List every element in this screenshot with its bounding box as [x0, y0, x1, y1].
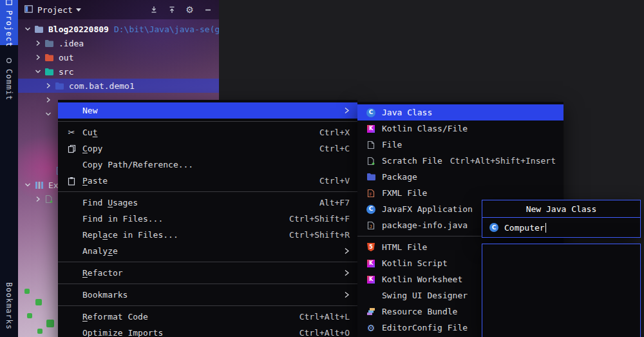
java-class-icon: C — [488, 223, 500, 232]
menu-item-cut[interactable]: ✂CutCtrl+X — [58, 124, 357, 140]
tree-item-label: com.bat.demo1 — [69, 81, 135, 91]
menu-item-label: Copy — [82, 144, 102, 153]
tree-item-idea[interactable]: .idea — [18, 36, 219, 50]
menu-item-label: Kotlin Class/File — [382, 124, 468, 133]
svg-text:F: F — [369, 192, 372, 197]
wallpaper-icon-dot — [37, 329, 43, 334]
menu-shortcut: Ctrl+Alt+O — [299, 328, 350, 337]
menu-item-refactor[interactable]: Refactor — [58, 265, 357, 281]
menu-item-replace-in-files[interactable]: Replace in Files...Ctrl+Shift+R — [58, 227, 357, 243]
menu-item-label: Bookmarks — [82, 290, 128, 300]
folder-root-icon — [33, 25, 44, 34]
chevron-down-icon[interactable] — [44, 111, 53, 117]
file-icon — [365, 140, 377, 149]
menu-item-reformat-code[interactable]: Reformat CodeCtrl+Alt+L — [58, 309, 357, 325]
chevron-right-icon[interactable] — [33, 54, 43, 61]
chevron-right-icon[interactable] — [33, 196, 43, 202]
menu-item-find-usages[interactable]: Find UsagesAlt+F7 — [58, 195, 357, 211]
menu-shortcut: Ctrl+Shift+R — [289, 230, 350, 240]
menu-separator — [58, 284, 357, 284]
menu-shortcut: Ctrl+C — [319, 144, 350, 153]
class-kind-list — [482, 244, 641, 337]
context-menu: New✂CutCtrl+XCopyCtrl+CCopy Path/Referen… — [58, 100, 357, 337]
package-dir-icon — [365, 173, 377, 181]
tool-stripe-project-tab[interactable]: Project — [0, 0, 18, 45]
menu-item-paste[interactable]: PasteCtrl+V — [58, 173, 357, 189]
tree-item-src[interactable]: src — [18, 64, 219, 79]
kotlin-icon: K — [365, 125, 377, 133]
kotlin-icon: K — [365, 276, 377, 284]
ide-window: Project Commit Bookmarks Project ⚙ Blog2… — [0, 0, 644, 337]
folder-orange-icon — [44, 53, 55, 62]
gear-icon[interactable]: ⚙ — [185, 5, 194, 14]
tool-stripe-commit-tab[interactable]: Commit — [0, 55, 18, 102]
expand-all-icon[interactable] — [167, 6, 176, 14]
chevron-down-icon[interactable] — [23, 26, 32, 32]
menu-separator — [58, 191, 357, 192]
menu-item-optimize-imports[interactable]: Optimize ImportsCtrl+Alt+O — [58, 325, 357, 337]
menu-item-label: HTML File — [382, 242, 427, 252]
menu-item-label: Refactor — [82, 268, 123, 278]
hide-panel-icon[interactable] — [203, 6, 213, 14]
project-panel-title: Project — [37, 5, 73, 15]
dialog-header-box: New Java Class C Computer — [482, 200, 641, 238]
collapse-all-icon[interactable] — [149, 6, 158, 14]
chevron-down-icon[interactable] — [76, 8, 81, 12]
menu-separator — [58, 305, 357, 306]
menu-item-new[interactable]: New — [58, 102, 357, 119]
menu-item-label: Optimize Imports — [82, 328, 163, 337]
menu-item-label: Swing UI Designer — [382, 291, 468, 300]
scratches-icon — [44, 195, 55, 204]
tree-item-blog20220809[interactable]: Blog20220809D:\bit\Java\java-se(g — [18, 22, 219, 36]
tree-item-label: src — [59, 67, 73, 77]
kotlin-icon: K — [365, 260, 377, 267]
java-file-icon: J — [365, 221, 377, 230]
commit-tab-label: Commit — [5, 69, 14, 101]
menu-item-label: Cut — [82, 128, 97, 137]
menu-item-label: Find Usages — [82, 198, 138, 207]
menu-separator — [58, 121, 357, 122]
project-tab-label: Project — [5, 10, 14, 48]
submenu-item-file[interactable]: File — [357, 137, 564, 153]
chevron-right-icon[interactable] — [44, 97, 53, 103]
javafx-icon: C — [365, 205, 377, 214]
tool-stripe-bookmarks-tab[interactable]: Bookmarks — [0, 276, 18, 336]
new-java-class-dialog: New Java Class C Computer — [482, 200, 641, 337]
menu-shortcut: Ctrl+X — [319, 128, 350, 137]
menu-item-label: Analyze — [82, 246, 118, 256]
library-icon — [33, 181, 44, 189]
submenu-item-package[interactable]: Package — [357, 169, 564, 185]
cut-icon: ✂ — [66, 128, 77, 137]
menu-item-copy-path-reference[interactable]: Copy Path/Reference... — [58, 157, 357, 173]
menu-item-label: JavaFX Application — [382, 204, 473, 214]
submenu-item-java-class[interactable]: CJava Class — [357, 104, 564, 120]
menu-item-label: EditorConfig File — [382, 323, 468, 332]
menu-item-analyze[interactable]: Analyze — [58, 243, 357, 259]
submenu-item-fxml-file[interactable]: FFXML File — [357, 185, 564, 201]
submenu-item-scratch-file[interactable]: Scratch FileCtrl+Alt+Shift+Insert — [357, 153, 564, 169]
tree-item-label: .idea — [59, 39, 84, 48]
submenu-arrow-icon — [344, 107, 350, 114]
project-tab-icon — [6, 0, 12, 7]
menu-item-find-in-files[interactable]: Find in Files...Ctrl+Shift+F — [58, 211, 357, 227]
editorconfig-icon: ⚙ — [365, 323, 377, 332]
tree-item-out[interactable]: out — [18, 50, 219, 64]
html-icon: 5 — [365, 243, 377, 251]
menu-item-copy[interactable]: CopyCtrl+C — [58, 140, 357, 157]
wallpaper-icon-dot — [35, 299, 42, 305]
menu-shortcut: Ctrl+Alt+Shift+Insert — [450, 156, 556, 166]
folder-teal-icon — [44, 68, 55, 76]
tool-window-stripe: Project Commit Bookmarks — [0, 0, 18, 337]
menu-shortcut: Alt+F7 — [319, 198, 350, 207]
menu-shortcut: Ctrl+Shift+F — [289, 214, 350, 224]
tree-item-com-bat-demo1[interactable]: com.bat.demo1 — [18, 79, 219, 93]
class-name-value: Computer — [504, 223, 545, 233]
chevron-right-icon[interactable] — [44, 82, 53, 89]
chevron-down-icon[interactable] — [33, 68, 43, 75]
tree-item-label: out — [59, 53, 73, 63]
menu-item-bookmarks[interactable]: Bookmarks — [58, 287, 357, 303]
chevron-right-icon[interactable] — [33, 40, 43, 46]
class-name-input[interactable]: C Computer — [482, 218, 640, 237]
chevron-down-icon[interactable] — [23, 182, 32, 188]
submenu-item-kotlin-class-file[interactable]: KKotlin Class/File — [357, 120, 564, 137]
